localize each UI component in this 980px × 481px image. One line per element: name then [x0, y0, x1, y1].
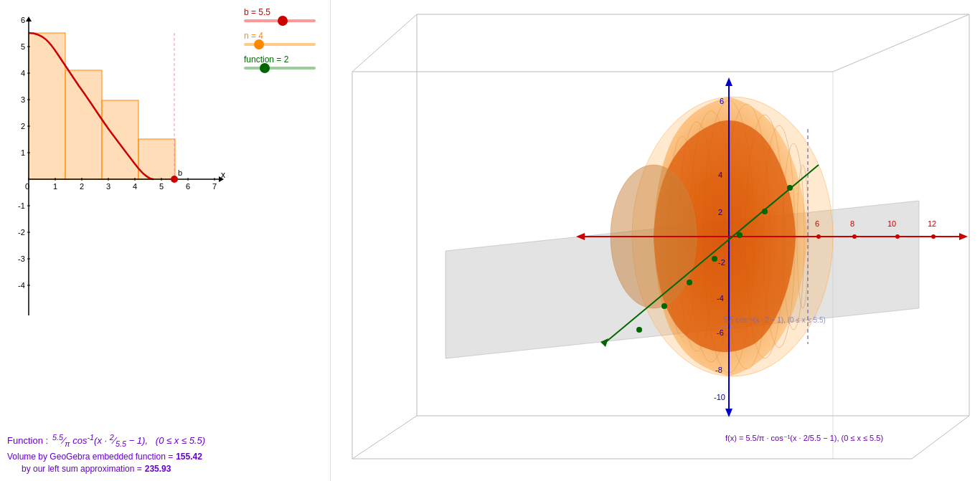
z-dot-6: [661, 303, 667, 309]
x-axis-label: x: [221, 170, 225, 180]
x-tick-2: 2: [80, 182, 84, 191]
graph-area: 0 1 2 3 4 5 6 7 6 5 4: [7, 14, 230, 315]
n-slider[interactable]: [244, 43, 316, 46]
formula-sub-3d: π 5.5: [718, 324, 733, 331]
x-tick-3: 3: [106, 182, 110, 191]
formula-display: 5.5⁄π cos-1(x · 2⁄5.5 − 1), (0 ≤ x ≤ 5.5…: [52, 433, 205, 448]
z-dot-1: [787, 185, 793, 191]
x-label-8: 8: [850, 219, 854, 228]
x-tick-5: 5: [159, 182, 164, 191]
axis-label-neg4: -4: [717, 294, 724, 303]
volume-value: 155.42: [176, 452, 202, 462]
volume-label: Volume by GeoGebra embedded function =: [7, 452, 173, 462]
x-dot-1: [816, 234, 821, 239]
x-tick-6: 6: [186, 182, 190, 191]
bar-3: [102, 100, 138, 179]
approx-value: 235.93: [145, 464, 171, 474]
z-dot-7: [636, 327, 642, 333]
axis-label-neg2: -2: [718, 258, 725, 267]
z-dot-2: [762, 209, 768, 214]
y-tick-2: 2: [21, 122, 25, 130]
x-label-6: 6: [815, 219, 819, 228]
approx-label: by our left sum approximation =: [22, 464, 142, 474]
bar-2: [65, 70, 102, 179]
y-tick-4: 4: [21, 69, 25, 77]
x-tick-4: 4: [133, 182, 137, 191]
axis-label-4: 4: [718, 171, 722, 179]
formula-3d: f(x) = 5.5/π · cos⁻¹(x · 2/5.5 − 1), (0 …: [725, 434, 883, 442]
b-control: b = 5.5: [244, 7, 316, 22]
b-slider[interactable]: [244, 19, 316, 22]
left-panel: b = 5.5 n = 4 function = 2: [0, 0, 330, 481]
x-tick-1: 1: [53, 182, 57, 191]
x-dot-4: [931, 234, 936, 239]
z-dot-3: [737, 232, 743, 238]
y-tick-neg1: -1: [18, 201, 25, 210]
function-control: function = 2: [244, 54, 316, 70]
axis-label-neg8: -8: [715, 366, 722, 374]
function-keyword: Function :: [7, 435, 48, 446]
controls-panel: b = 5.5 n = 4 function = 2: [244, 7, 316, 70]
right-panel: 6 4 2 -2 -4 -6 -8 -10 6 8 10 12: [330, 0, 980, 481]
y-tick-3: 3: [21, 95, 25, 104]
x-label-10: 10: [887, 219, 896, 228]
b-marker-label: b: [178, 168, 182, 177]
y-tick-neg3: -3: [18, 254, 25, 263]
formula-area: Function : 5.5⁄π cos-1(x · 2⁄5.5 − 1), (…: [7, 433, 323, 474]
y-tick-neg2: -2: [18, 228, 25, 237]
n-control: n = 4: [244, 31, 316, 46]
axis-label-2: 2: [718, 208, 722, 216]
bar-1: [29, 33, 65, 179]
graph-svg: 0 1 2 3 4 5 6 7 6 5 4: [7, 14, 230, 315]
x-tick-7: 7: [212, 182, 217, 191]
z-dot-5: [687, 280, 692, 285]
b-marker-dot: [171, 176, 178, 183]
function-slider[interactable]: [244, 67, 316, 70]
x-dot-2: [852, 234, 857, 239]
axis-label-6: 6: [720, 97, 724, 105]
3d-visualization: 6 4 2 -2 -4 -6 -8 -10 6 8 10 12: [331, 0, 980, 481]
y-tick-6: 6: [21, 16, 25, 24]
z-dot-4: [712, 256, 717, 262]
formula-label-3d: 5.5 cos⁻¹(x · 2 − 1), (0 ≤ x ≤ 5.5): [724, 316, 826, 324]
axis-label-neg10: -10: [714, 393, 725, 401]
y-tick-1: 1: [21, 148, 25, 157]
y-tick-5: 5: [21, 42, 25, 51]
x-tick-0: 0: [25, 182, 29, 191]
y-tick-neg4: -4: [18, 281, 25, 290]
x-dot-3: [895, 234, 900, 239]
x-label-12: 12: [928, 219, 936, 228]
